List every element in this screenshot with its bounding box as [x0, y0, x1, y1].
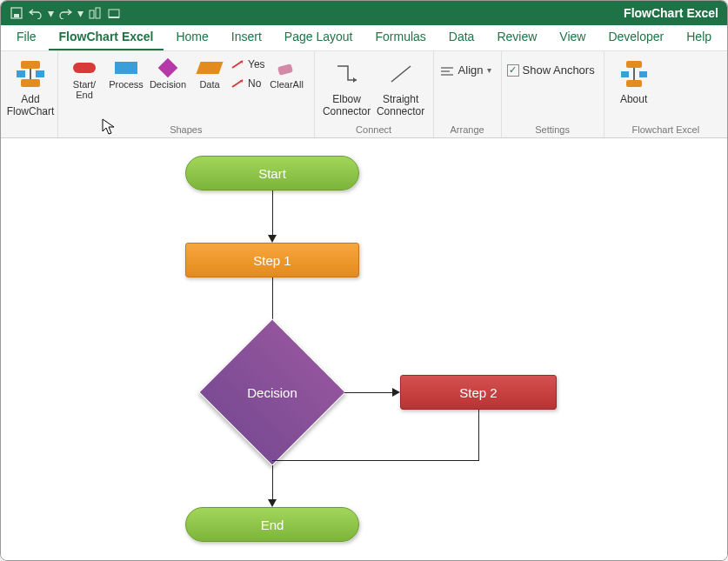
- add-flowchart-label: Add FlowChart: [7, 93, 55, 117]
- tab-review[interactable]: Review: [486, 24, 547, 50]
- node-step1-label: Step 1: [253, 253, 291, 268]
- flowchart-canvas[interactable]: Start Step 1 Decision Step 2 End: [1, 138, 727, 560]
- svg-rect-25: [639, 71, 647, 77]
- save-icon[interactable]: [8, 4, 25, 22]
- shape-start-end-label: Start/ End: [73, 79, 96, 100]
- pencil-no-icon: [230, 78, 244, 89]
- elbow-connector-label: Elbow Connector: [322, 93, 372, 117]
- clear-all-button[interactable]: ClearAll: [265, 55, 309, 90]
- shape-decision-button[interactable]: Decision: [147, 55, 189, 90]
- ribbon-group-about: About Flowchart Excel: [604, 51, 727, 137]
- undo-icon[interactable]: [27, 4, 44, 22]
- tab-view[interactable]: View: [549, 24, 596, 50]
- node-start[interactable]: Start: [185, 156, 359, 190]
- node-step2-label: Step 2: [459, 385, 497, 400]
- node-end[interactable]: End: [185, 507, 359, 542]
- arrowhead-right-icon: [392, 388, 400, 397]
- excel-app-window: ▾ ▾ FlowChart Excel File FlowChart Excel…: [0, 0, 728, 561]
- ribbon: Add FlowChart Start/ End Process Decisio…: [1, 51, 727, 138]
- about-button[interactable]: About: [610, 55, 658, 109]
- diamond-icon: [155, 60, 181, 76]
- connector-step2-elbow-h[interactable]: [272, 460, 479, 461]
- tab-insert[interactable]: Insert: [221, 24, 272, 50]
- elbow-connector-button[interactable]: Elbow Connector: [320, 55, 374, 121]
- ribbon-group-add: Add FlowChart: [1, 51, 58, 137]
- elbow-connector-icon: [331, 58, 363, 90]
- ribbon-tabs: File FlowChart Excel Home Insert Page La…: [1, 25, 727, 51]
- tab-data[interactable]: Data: [438, 24, 485, 50]
- show-anchors-checkbox[interactable]: ✓ Show Anchors: [507, 58, 595, 77]
- node-decision[interactable]: Decision: [220, 340, 324, 444]
- dropdown-chevron-icon: ▾: [487, 65, 491, 75]
- ribbon-group-settings: ✓ Show Anchors Settings: [502, 51, 604, 137]
- svg-rect-4: [109, 10, 119, 17]
- about-label: About: [620, 93, 647, 105]
- redo-icon[interactable]: [57, 4, 74, 22]
- yes-button[interactable]: Yes: [230, 58, 265, 70]
- about-icon: [618, 58, 650, 90]
- straight-connector-icon: [385, 58, 417, 90]
- tab-formulas[interactable]: Formulas: [364, 24, 436, 50]
- svg-rect-1: [14, 14, 19, 17]
- undo-dropdown-icon[interactable]: ▾: [46, 4, 55, 22]
- qat-icon-1[interactable]: [86, 4, 104, 22]
- node-step2[interactable]: Step 2: [400, 375, 557, 410]
- align-label: Align: [458, 63, 484, 77]
- add-flowchart-icon: [15, 58, 46, 90]
- arrange-group-label: Arrange: [434, 124, 501, 137]
- tab-page-layout[interactable]: Page Layout: [274, 24, 364, 50]
- eraser-icon: [274, 60, 300, 76]
- tab-file[interactable]: File: [6, 24, 47, 50]
- connector-decision-step2[interactable]: [344, 392, 393, 393]
- no-button[interactable]: No: [230, 77, 265, 90]
- svg-rect-2: [90, 10, 94, 18]
- ribbon-group-connect: Elbow Connector Straight Connector Conne…: [315, 51, 434, 137]
- node-step1[interactable]: Step 1: [185, 243, 359, 277]
- node-end-label: End: [261, 518, 284, 532]
- svg-rect-22: [626, 80, 642, 87]
- qat-icon-2[interactable]: [105, 4, 123, 22]
- tab-flowchart-excel[interactable]: FlowChart Excel: [49, 24, 164, 50]
- tab-home[interactable]: Home: [165, 24, 218, 50]
- svg-rect-3: [96, 8, 100, 18]
- shape-process-button[interactable]: Process: [105, 55, 147, 90]
- checkbox-checked-icon: ✓: [507, 64, 519, 77]
- straight-connector-button[interactable]: Straight Connector: [374, 55, 428, 121]
- yes-no-group: Yes No: [230, 55, 265, 90]
- parallelogram-icon: [197, 60, 223, 76]
- arrowhead-icon: [268, 499, 277, 507]
- settings-group-label: Settings: [502, 124, 604, 137]
- about-group-label: Flowchart Excel: [604, 124, 727, 137]
- yes-label: Yes: [248, 58, 265, 70]
- arrowhead-icon: [268, 235, 277, 243]
- pill-icon: [71, 60, 97, 76]
- rect-icon: [113, 60, 139, 76]
- svg-rect-6: [21, 61, 40, 69]
- tab-help[interactable]: Help: [676, 24, 722, 50]
- clear-all-label: ClearAll: [270, 79, 304, 90]
- shape-start-end-button[interactable]: Start/ End: [63, 55, 105, 100]
- redo-dropdown-icon[interactable]: ▾: [76, 4, 84, 22]
- quick-access-toolbar: ▾ ▾: [8, 4, 123, 22]
- connector-decision-end[interactable]: [272, 465, 273, 500]
- shape-data-label: Data: [199, 79, 219, 90]
- app-title: FlowChart Excel: [624, 6, 718, 20]
- svg-rect-10: [36, 70, 44, 77]
- svg-rect-15: [277, 63, 293, 76]
- shape-data-button[interactable]: Data: [189, 55, 230, 90]
- connector-step2-elbow-v[interactable]: [478, 410, 479, 460]
- tab-developer[interactable]: Developer: [598, 24, 674, 50]
- show-anchors-label: Show Anchors: [523, 63, 595, 77]
- shapes-group-label: Shapes: [58, 124, 314, 137]
- ribbon-group-shapes: Start/ End Process Decision Data: [58, 51, 315, 137]
- no-label: No: [248, 77, 261, 90]
- svg-marker-16: [353, 77, 357, 83]
- svg-rect-7: [21, 79, 40, 87]
- shape-process-label: Process: [109, 79, 144, 90]
- align-dropdown[interactable]: Align ▾: [439, 58, 491, 77]
- connector-start-step1[interactable]: [272, 190, 273, 236]
- add-flowchart-button[interactable]: Add FlowChart: [6, 55, 55, 121]
- svg-rect-21: [626, 61, 642, 68]
- ribbon-group-arrange: Align ▾ Arrange: [434, 51, 502, 137]
- add-group-label: [1, 124, 57, 137]
